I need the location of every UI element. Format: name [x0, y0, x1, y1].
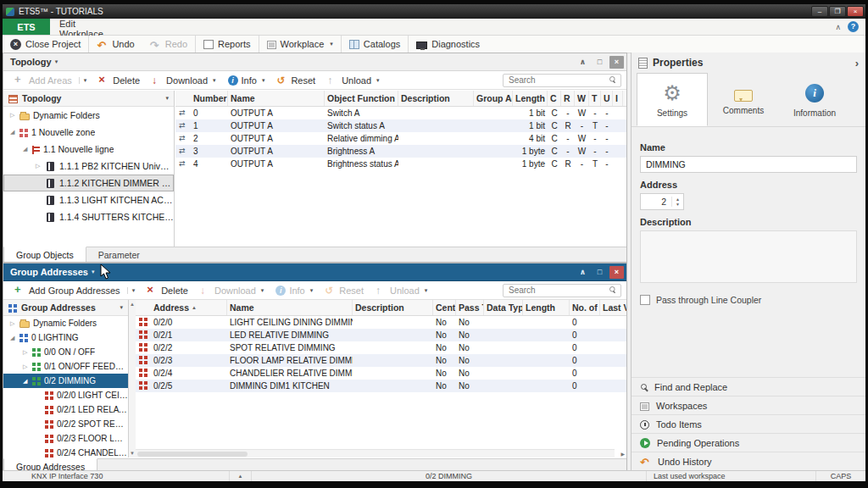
close-button[interactable]: ×	[847, 6, 864, 17]
close-project-button[interactable]: Close Project ▾	[3, 36, 89, 53]
info-button[interactable]: Info ▾	[222, 75, 271, 86]
column-header[interactable]: Last Val ▲	[600, 300, 626, 315]
unload-button[interactable]: Unload ▾	[321, 75, 385, 86]
expander-icon[interactable]: ◢	[10, 129, 19, 136]
workplace-button[interactable]: Workplace ▾	[259, 36, 342, 53]
undo-history-section[interactable]: Undo History	[632, 452, 865, 470]
topology-tree-header[interactable]: Topology ▾	[3, 91, 174, 107]
reset-button[interactable]: Reset ▾	[270, 75, 321, 86]
tree-item[interactable]: 0/2/3 FLOOR LAMP R...	[3, 431, 128, 446]
column-header[interactable]: Name ▲	[228, 91, 325, 106]
column-header[interactable]: Data Type ▲	[484, 300, 523, 315]
menu-edit[interactable]: Edit	[50, 19, 132, 29]
tree-item[interactable]: ▷ Dynamic Folders	[3, 107, 174, 124]
column-header[interactable]: Pass T ▲	[456, 300, 484, 315]
unload-button[interactable]: Unload ▾	[370, 285, 433, 296]
DIMMING DIM1 KITCHEN[interactable]: 0/2/5 DIMMING DIM1 KITCHEN No No 0	[136, 380, 626, 392]
column-header[interactable]: Description ▲	[398, 91, 474, 106]
expander-icon[interactable]: ▷	[23, 363, 32, 370]
restore-button[interactable]: ❐	[829, 6, 846, 17]
tree-item[interactable]: ◢ 0/2 DIMMING	[3, 374, 128, 388]
panel-collapse-button[interactable]: ∧	[576, 56, 590, 69]
redo-button[interactable]: Redo ▾	[142, 36, 196, 53]
topology-panel-title[interactable]: Topology	[10, 57, 52, 67]
pending-operations-section[interactable]: Pending Operations	[632, 433, 865, 452]
search-input[interactable]	[509, 75, 609, 85]
tree-item[interactable]: ▷ 1.1.1 PB2 KITCHEN Universal push-bu...	[3, 158, 174, 175]
column-header[interactable]: Group Addres ▲	[474, 91, 513, 106]
delete-button[interactable]: Delete ▾	[141, 285, 194, 296]
CHANDELIER RELATIVE DIMMING[interactable]: 0/2/4 CHANDELIER RELATIVE DIMMING No No …	[136, 367, 626, 380]
group-addresses-panel-title[interactable]: Group Addresses	[10, 267, 88, 277]
pass-through-checkbox[interactable]	[640, 295, 650, 305]
tab-parameter[interactable]: Parameter	[86, 247, 152, 262]
scroll-up-icon[interactable]: ▲	[129, 302, 136, 307]
collapse-ribbon-icon[interactable]: ∧	[835, 23, 841, 31]
tree-scrollbar[interactable]: ▲ ▼	[129, 300, 136, 458]
expander-icon[interactable]: ▷	[36, 163, 45, 169]
column-header[interactable]: Number ▲	[191, 91, 228, 106]
tree-item[interactable]: ◢ 1.1 Nouvelle ligne	[3, 141, 174, 158]
tree-item[interactable]: 0/2/4 CHANDELIER R...	[3, 446, 128, 458]
description-field[interactable]	[640, 230, 857, 283]
tree-item[interactable]: ▷ Dynamic Folders	[3, 316, 128, 330]
column-header[interactable]: R ▲	[561, 91, 575, 106]
tree-item[interactable]: 1.1.3 LIGHT KITCHEN ACTinBOX QUA...	[3, 191, 174, 208]
reports-button[interactable]: Reports ▾	[196, 36, 259, 53]
horizontal-scrollbar[interactable]	[136, 449, 615, 458]
tree-item[interactable]: ◢ 0 LIGHTING	[3, 330, 128, 345]
tab-group-objects[interactable]: Group Objects	[3, 247, 86, 262]
minimize-button[interactable]: –	[811, 6, 828, 17]
scroll-down-icon[interactable]: ▼	[129, 451, 136, 456]
search-input[interactable]	[509, 286, 609, 295]
add-group-addresses-button[interactable]: Add Group Addresses ▾	[8, 285, 141, 296]
SPOT RELATIVE DIMMING[interactable]: 0/2/2 SPOT RELATIVE DIMMING No No 0	[136, 341, 626, 354]
tree-item[interactable]: ▷ 0/1 ON/OFF FEEDBACKS	[3, 359, 128, 374]
add-areas-button[interactable]: Add Areas ▾	[8, 75, 92, 86]
workspace-status[interactable]: Last used workspace	[647, 471, 816, 481]
column-header[interactable]: Description ▲	[353, 300, 433, 315]
reset-button[interactable]: Reset ▾	[319, 285, 370, 296]
panel-close-button[interactable]: ×	[609, 266, 624, 279]
column-header[interactable]: U ▲	[601, 91, 613, 106]
name-field[interactable]: DIMMING	[640, 156, 857, 173]
panel-maximize-button[interactable]: □	[593, 266, 607, 279]
search-icon[interactable]	[609, 76, 617, 84]
expander-icon[interactable]: ◢	[23, 378, 32, 385]
expander-icon[interactable]: ▷	[23, 349, 32, 356]
expander-icon[interactable]: ◢	[23, 146, 32, 152]
download-button[interactable]: Download ▾	[194, 285, 270, 296]
tree-item[interactable]: ▷ 0/0 ON / OFF	[3, 345, 128, 359]
interface-status[interactable]: KNX IP Interface 730	[3, 471, 230, 481]
OUTPUT A[interactable]: 0 OUTPUT A Switch A 1 bit C - W - -	[175, 107, 626, 119]
catalogs-button[interactable]: Catalogs ▾	[342, 36, 409, 53]
find-and-replace-section[interactable]: Find and Replace	[632, 377, 865, 396]
search-icon[interactable]	[609, 286, 617, 294]
tab-settings[interactable]: Settings	[637, 73, 708, 126]
LIGHT CEILING DINING DIMMING[interactable]: 0/2/0 LIGHT CEILING DINING DIMMING No No…	[136, 316, 626, 329]
OUTPUT A[interactable]: 1 OUTPUT A Switch status A 1 bit C R - T…	[175, 119, 626, 132]
FLOOR LAMP RELATIVE DIMMING[interactable]: 0/2/3 FLOOR LAMP RELATIVE DIMMING No No …	[136, 354, 626, 367]
LED RELATIVE DIMMING[interactable]: 0/2/1 LED RELATIVE DIMMING No No 0	[136, 329, 626, 341]
column-header[interactable]: Centra ▲	[433, 300, 456, 315]
tree-item[interactable]: 0/2/2 SPOT RELATIVE...	[3, 417, 128, 431]
group-addresses-tree-header[interactable]: Group Addresses ▾	[3, 300, 128, 316]
workspaces-section[interactable]: Workspaces	[632, 396, 865, 414]
panel-maximize-button[interactable]: □	[593, 56, 607, 69]
column-header[interactable]: Name ▲	[227, 300, 353, 315]
scrollbar-thumb[interactable]	[137, 452, 248, 457]
column-header[interactable]: C ▲	[548, 91, 561, 106]
column-header[interactable]: Length ▲	[523, 300, 570, 315]
column-header[interactable]: I ▲	[613, 91, 623, 106]
column-header[interactable]: No. of ▲	[570, 300, 600, 315]
tree-item[interactable]: 0/2/0 LIGHT CEILING...	[3, 388, 128, 402]
expander-icon[interactable]: ▷	[10, 112, 19, 119]
OUTPUT A[interactable]: 2 OUTPUT A Relative dimming A 4 bit C - …	[175, 132, 626, 145]
download-button[interactable]: Download ▾	[146, 75, 221, 86]
OUTPUT A[interactable]: 3 OUTPUT A Brightness A 1 byte C - W - -	[175, 145, 626, 158]
OUTPUT A[interactable]: 4 OUTPUT A Brightness status A 1 byte C …	[175, 158, 626, 170]
todo-items-section[interactable]: Todo Items	[632, 414, 865, 433]
tree-item[interactable]: 1.1.2 KITCHEN DIMMER KA/D 01.xx.1...	[3, 175, 174, 191]
tab-information[interactable]: Information	[779, 73, 850, 126]
tree-item[interactable]: 1.1.4 SHUTTERS KITCHEN ACTinBOX...	[3, 208, 174, 225]
